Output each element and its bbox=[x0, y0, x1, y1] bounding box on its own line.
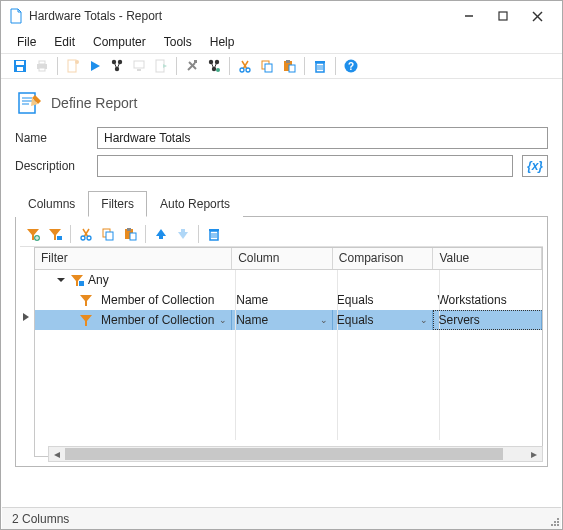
svg-rect-79 bbox=[79, 281, 84, 286]
filter-toolbar bbox=[20, 221, 543, 247]
inventory-button[interactable] bbox=[106, 55, 128, 77]
add-subfilter-button[interactable] bbox=[44, 223, 66, 245]
menu-bar: File Edit Computer Tools Help bbox=[1, 31, 562, 53]
resize-grip[interactable] bbox=[548, 515, 560, 527]
tab-auto-reports[interactable]: Auto Reports bbox=[147, 191, 243, 217]
delete-button[interactable] bbox=[309, 55, 331, 77]
menu-tools[interactable]: Tools bbox=[156, 33, 200, 51]
run-button[interactable] bbox=[84, 55, 106, 77]
funnel-group-icon bbox=[70, 273, 84, 287]
svg-rect-5 bbox=[16, 61, 24, 65]
filter-value[interactable]: Servers bbox=[438, 313, 479, 327]
filters-panel: Filter Column Comparison Value Any bbox=[15, 217, 548, 467]
inventory2-button[interactable] bbox=[203, 55, 225, 77]
new-button[interactable] bbox=[62, 55, 84, 77]
add-filter-button[interactable] bbox=[22, 223, 44, 245]
paste-button[interactable] bbox=[278, 55, 300, 77]
menu-help[interactable]: Help bbox=[202, 33, 243, 51]
svg-rect-73 bbox=[209, 229, 219, 231]
svg-rect-69 bbox=[159, 235, 163, 239]
move-down-button[interactable] bbox=[172, 223, 194, 245]
svg-rect-67 bbox=[130, 233, 136, 240]
filter-row[interactable]: Member of Collection Name Equals Worksta… bbox=[35, 290, 542, 310]
name-input[interactable]: Hardware Totals bbox=[97, 127, 548, 149]
status-bar: 2 Columns bbox=[2, 507, 561, 529]
filter-cut-button[interactable] bbox=[75, 223, 97, 245]
column-header-comparison[interactable]: Comparison bbox=[333, 248, 434, 269]
column-header-filter[interactable]: Filter bbox=[35, 248, 232, 269]
filter-comparison: Equals bbox=[337, 313, 374, 327]
name-label: Name bbox=[15, 131, 87, 145]
export-button[interactable] bbox=[150, 55, 172, 77]
filter-type: Member of Collection bbox=[101, 293, 214, 307]
help-button[interactable]: ? bbox=[340, 55, 362, 77]
tools-button[interactable] bbox=[181, 55, 203, 77]
print-button[interactable] bbox=[31, 55, 53, 77]
filter-delete-button[interactable] bbox=[203, 223, 225, 245]
scroll-thumb[interactable] bbox=[65, 448, 503, 460]
svg-marker-21 bbox=[163, 64, 167, 68]
grid-header: Filter Column Comparison Value bbox=[35, 248, 542, 270]
filter-row-selected[interactable]: Member of Collection ⌄ Name⌄ Equals⌄ Ser… bbox=[35, 310, 542, 330]
filter-column: Name bbox=[236, 293, 268, 307]
separator bbox=[145, 225, 146, 243]
description-label: Description bbox=[15, 159, 87, 173]
svg-rect-58 bbox=[57, 236, 62, 240]
svg-marker-81 bbox=[80, 315, 92, 326]
filter-root-label: Any bbox=[88, 273, 109, 287]
column-header-value[interactable]: Value bbox=[433, 248, 542, 269]
svg-rect-24 bbox=[194, 60, 197, 63]
filter-copy-button[interactable] bbox=[97, 223, 119, 245]
dropdown-icon[interactable]: ⌄ bbox=[320, 315, 328, 325]
filter-root-row[interactable]: Any bbox=[35, 270, 542, 290]
separator bbox=[70, 225, 71, 243]
maximize-button[interactable] bbox=[486, 4, 520, 28]
expand-icon[interactable] bbox=[57, 278, 65, 282]
description-input[interactable] bbox=[97, 155, 513, 177]
svg-rect-6 bbox=[17, 67, 23, 71]
svg-marker-80 bbox=[80, 295, 92, 306]
separator bbox=[335, 57, 336, 75]
menu-computer[interactable]: Computer bbox=[85, 33, 154, 51]
funnel-icon bbox=[79, 293, 93, 307]
svg-rect-36 bbox=[265, 64, 272, 72]
horizontal-scrollbar[interactable]: ◂ ▸ bbox=[48, 446, 543, 462]
save-button[interactable] bbox=[9, 55, 31, 77]
svg-point-61 bbox=[81, 236, 85, 240]
svg-point-33 bbox=[240, 68, 244, 72]
define-report-title: Define Report bbox=[51, 95, 137, 111]
close-button[interactable] bbox=[520, 4, 554, 28]
svg-point-62 bbox=[87, 236, 91, 240]
row-marker-gutter bbox=[20, 247, 32, 457]
window-title: Hardware Totals - Report bbox=[29, 9, 452, 23]
svg-rect-39 bbox=[289, 65, 295, 72]
copy-button[interactable] bbox=[256, 55, 278, 77]
svg-rect-10 bbox=[68, 60, 76, 72]
tab-filters[interactable]: Filters bbox=[88, 191, 147, 217]
scroll-right-arrow[interactable]: ▸ bbox=[526, 447, 542, 461]
expression-button[interactable]: {x} bbox=[522, 155, 548, 177]
move-up-button[interactable] bbox=[150, 223, 172, 245]
svg-rect-19 bbox=[137, 69, 141, 71]
document-icon bbox=[9, 8, 23, 24]
menu-file[interactable]: File bbox=[9, 33, 44, 51]
svg-rect-64 bbox=[106, 232, 113, 240]
separator bbox=[198, 225, 199, 243]
column-header-column[interactable]: Column bbox=[232, 248, 333, 269]
dropdown-icon[interactable]: ⌄ bbox=[219, 315, 227, 325]
svg-rect-18 bbox=[134, 61, 144, 68]
filter-value: Workstations bbox=[438, 293, 507, 307]
cut-button[interactable] bbox=[234, 55, 256, 77]
filter-grid[interactable]: Filter Column Comparison Value Any bbox=[34, 247, 543, 457]
scroll-left-arrow[interactable]: ◂ bbox=[49, 447, 65, 461]
filter-comparison: Equals bbox=[337, 293, 374, 307]
minimize-button[interactable] bbox=[452, 4, 486, 28]
computer-button[interactable] bbox=[128, 55, 150, 77]
tab-columns[interactable]: Columns bbox=[15, 191, 88, 217]
svg-point-11 bbox=[75, 60, 79, 64]
svg-rect-1 bbox=[499, 12, 507, 20]
menu-edit[interactable]: Edit bbox=[46, 33, 83, 51]
svg-text:?: ? bbox=[348, 61, 354, 72]
filter-paste-button[interactable] bbox=[119, 223, 141, 245]
dropdown-icon[interactable]: ⌄ bbox=[420, 315, 428, 325]
